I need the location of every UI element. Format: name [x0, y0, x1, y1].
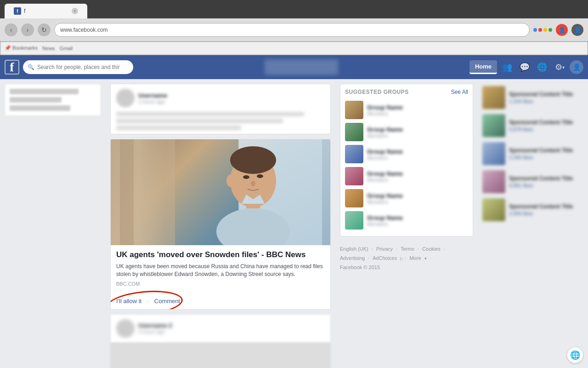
- home-nav-button[interactable]: Home: [469, 60, 497, 74]
- browser-tab[interactable]: f f ×: [5, 4, 87, 18]
- user-avatar[interactable]: 👤: [570, 60, 583, 74]
- tab-favicon: f: [14, 7, 21, 15]
- post-image-placeholder: [111, 342, 330, 368]
- far-right-thumb-4: [482, 170, 505, 193]
- footer-link-adchoices[interactable]: AdChoices: [373, 255, 397, 261]
- notifications-nav-icon[interactable]: 🌐: [535, 60, 549, 75]
- sidebar-header: SUGGESTED GROUPS See All: [345, 89, 468, 95]
- suggested-groups-title: SUGGESTED GROUPS: [345, 89, 409, 95]
- footer-link-language[interactable]: English (UK): [340, 246, 368, 252]
- search-input[interactable]: [37, 64, 120, 70]
- group-item-1[interactable]: Group Name Members: [345, 99, 468, 121]
- far-right-item-2: Sponsored Content Title 5,678 likes: [482, 112, 579, 140]
- google-multicolor-icon: [533, 28, 552, 32]
- search-bar[interactable]: 🔍: [23, 60, 133, 74]
- far-right-title-1: Sponsored Content Title: [509, 91, 579, 98]
- address-text: www.facebook.com: [60, 27, 107, 33]
- footer-link-privacy[interactable]: Privacy: [376, 246, 393, 252]
- far-right-text-2: Sponsored Content Title 5,678 likes: [509, 119, 579, 132]
- globe-button[interactable]: 🌐: [567, 347, 583, 363]
- center-feed: Username 2 hours ago: [106, 79, 335, 368]
- group-item-2[interactable]: Group Name Members: [345, 121, 468, 143]
- news-actions: I'll allow it · Comment: [111, 295, 330, 309]
- settings-nav-icon[interactable]: ⚙ ▾: [552, 60, 567, 75]
- news-article-card: UK agents 'moved over Snowden files' - B…: [110, 139, 331, 310]
- post-meta: Username 2 hours ago: [138, 92, 325, 104]
- group-info-5: Group Name Members: [367, 192, 468, 205]
- news-source: BBC.COM: [116, 281, 325, 287]
- post-card-blurred: Username 2 hours ago: [110, 84, 331, 134]
- tab-close[interactable]: ×: [72, 8, 78, 14]
- far-right-thumb-2: [482, 114, 505, 137]
- reload-button[interactable]: ↻: [38, 23, 51, 36]
- far-right-count-1: 1,234 likes: [509, 98, 579, 104]
- svg-point-9: [257, 174, 263, 178]
- group-item-3[interactable]: Group Name Members: [345, 143, 468, 165]
- far-right-thumb-1: [482, 86, 505, 109]
- group-item-6[interactable]: Group Name Members: [345, 209, 468, 231]
- footer-link-more[interactable]: More: [409, 255, 421, 261]
- footer-link-advertising[interactable]: Advertising: [340, 255, 365, 261]
- group-name-6: Group Name: [367, 214, 468, 221]
- group-name-4: Group Name: [367, 170, 468, 177]
- forward-button[interactable]: ›: [21, 23, 34, 36]
- address-bar[interactable]: www.facebook.com: [54, 23, 530, 37]
- group-members-1: Members: [367, 111, 468, 116]
- far-right-item-1: Sponsored Content Title 1,234 likes: [482, 84, 579, 112]
- group-info-6: Group Name Members: [367, 214, 468, 227]
- nav-center-blurred: [137, 59, 466, 75]
- settings-chevron: ▾: [562, 65, 565, 70]
- svg-point-11: [226, 174, 236, 187]
- facebook-header: f 🔍 Home 👥 💬 🌐 ⚙ ▾ 👤: [0, 55, 588, 79]
- messages-nav-icon[interactable]: 💬: [517, 60, 532, 75]
- search-icon: 🔍: [28, 64, 34, 70]
- chat-icon: 💬: [520, 62, 530, 72]
- globe-nav-icon: 🌐: [537, 62, 547, 72]
- footer-link-terms[interactable]: Terms: [401, 246, 414, 252]
- back-button[interactable]: ‹: [5, 23, 17, 36]
- group-item-4[interactable]: Group Name Members: [345, 165, 468, 187]
- footer-links-row-1: English (UK) · Privacy · Terms · Cookies…: [340, 245, 473, 254]
- far-right-count-4: 8,901 likes: [509, 183, 579, 188]
- far-right-text-1: Sponsored Content Title 1,234 likes: [509, 91, 579, 104]
- sidebar-blur-line-2: [10, 97, 62, 103]
- post-avatar: [116, 89, 135, 107]
- post-text-line-3: [116, 126, 241, 130]
- svg-point-10: [251, 181, 255, 186]
- group-members-5: Members: [367, 199, 468, 205]
- group-thumb-5: [345, 189, 363, 207]
- far-right-count-2: 5,678 likes: [509, 126, 579, 132]
- far-right-text-4: Sponsored Content Title 8,901 likes: [509, 175, 579, 188]
- browser-tab-bar: f f ×: [0, 0, 588, 18]
- far-right-title-5: Sponsored Content Title: [509, 203, 579, 211]
- group-name-3: Group Name: [367, 148, 468, 155]
- group-members-4: Members: [367, 177, 468, 183]
- tab-title: f: [24, 8, 25, 14]
- user-account-icon[interactable]: 👤: [556, 24, 568, 36]
- news-article-image: [111, 139, 330, 245]
- group-item-5[interactable]: Group Name Members: [345, 187, 468, 209]
- svg-point-8: [243, 175, 249, 179]
- comment-action-link[interactable]: Comment: [154, 298, 180, 305]
- see-all-button[interactable]: See All: [451, 89, 468, 95]
- friends-nav-icon[interactable]: 👥: [500, 60, 514, 75]
- like-action-link[interactable]: I'll allow it: [116, 298, 141, 305]
- group-info-3: Group Name Members: [367, 148, 468, 161]
- post-avatar-2: [116, 319, 135, 338]
- group-thumb-1: [345, 101, 363, 119]
- post-text-line-1: [116, 112, 304, 116]
- group-thumb-3: [345, 145, 363, 163]
- post-username: Username: [138, 92, 325, 99]
- bookmark-item-3: Gmail: [60, 46, 73, 51]
- left-sidebar-panel: [5, 84, 101, 116]
- user-avatar-icon[interactable]: 👤: [571, 24, 583, 36]
- group-name-5: Group Name: [367, 192, 468, 199]
- person-illustration: [111, 139, 322, 245]
- globe-icon: 🌐: [570, 350, 580, 360]
- post-time-2: 4 hours ago: [138, 329, 325, 334]
- footer-link-cookies[interactable]: Cookies: [422, 246, 441, 252]
- far-right-count-5: 3,456 likes: [509, 211, 579, 216]
- svg-point-7: [230, 146, 276, 174]
- far-right-title-4: Sponsored Content Title: [509, 175, 579, 183]
- far-right-item-5: Sponsored Content Title 3,456 likes: [482, 196, 579, 224]
